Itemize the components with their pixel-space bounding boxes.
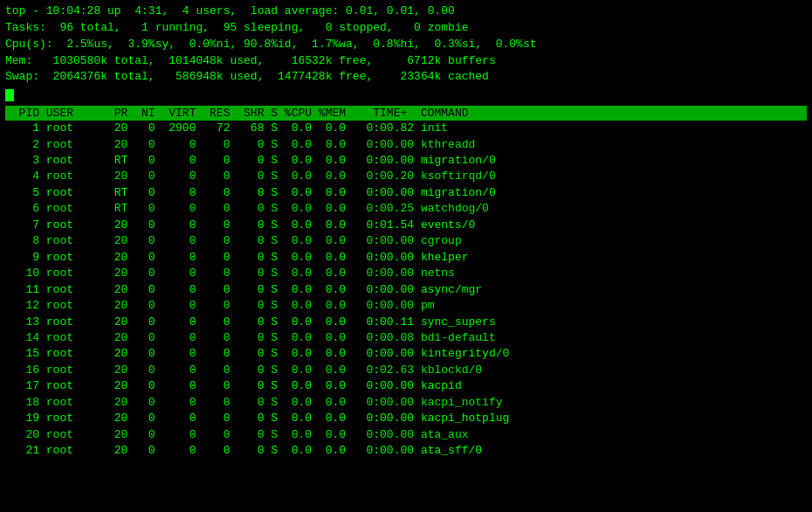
table-row: 16 root 20 0 0 0 0 S 0.0 0.0 0:02.63 kbl… [5,363,807,378]
table-row: 14 root 20 0 0 0 0 S 0.0 0.0 0:00.08 bdi… [5,330,807,346]
table-row: 9 root 20 0 0 0 0 S 0.0 0.0 0:00.00 khel… [5,250,807,266]
table-row: 2 root 20 0 0 0 0 S 0.0 0.0 0:00.00 kthr… [5,137,807,153]
terminal: top - 10:04:28 up 4:31, 4 users, load av… [0,0,812,512]
cursor [5,89,14,101]
header-line-2: Tasks: 96 total, 1 running, 95 sleeping,… [5,20,807,37]
table-row: 4 root 20 0 0 0 0 S 0.0 0.0 0:00.20 ksof… [5,169,807,184]
table-row: 18 root 20 0 0 0 0 S 0.0 0.0 0:00.00 kac… [5,395,807,411]
table-row: 5 root RT 0 0 0 0 S 0.0 0.0 0:00.00 migr… [5,185,807,201]
table-row: 8 root 20 0 0 0 0 S 0.0 0.0 0:00.00 cgro… [5,233,807,249]
header-line-1: top - 10:04:28 up 4:31, 4 users, load av… [5,3,807,20]
header-section: top - 10:04:28 up 4:31, 4 users, load av… [5,3,807,104]
table-row: 7 root 20 0 0 0 0 S 0.0 0.0 0:01.54 even… [5,218,807,233]
table-row: 19 root 20 0 0 0 0 S 0.0 0.0 0:00.00 kac… [5,411,807,426]
table-row: 10 root 20 0 0 0 0 S 0.0 0.0 0:00.00 net… [5,266,807,281]
table-row: 11 root 20 0 0 0 0 S 0.0 0.0 0:00.00 asy… [5,282,807,298]
table-row: 20 root 20 0 0 0 0 S 0.0 0.0 0:00.00 ata… [5,427,807,443]
process-table: PID USER PR NI VIRT RES SHR S %CPU %MEM … [5,106,807,460]
header-line-5: Swap: 2064376k total, 586948k used, 1477… [5,69,807,86]
table-row: 17 root 20 0 0 0 0 S 0.0 0.0 0:00.00 kac… [5,378,807,394]
table-row: 13 root 20 0 0 0 0 S 0.0 0.0 0:00.11 syn… [5,315,807,330]
table-row: 15 root 20 0 0 0 0 S 0.0 0.0 0:00.00 kin… [5,346,807,362]
table-row: 1 root 20 0 2900 72 68 S 0.0 0.0 0:00.82… [5,121,807,136]
table-row: 21 root 20 0 0 0 0 S 0.0 0.0 0:00.00 ata… [5,443,807,459]
header-line-4: Mem: 1030580k total, 1014048k used, 1653… [5,53,807,70]
table-row: 6 root RT 0 0 0 0 S 0.0 0.0 0:00.25 watc… [5,201,807,217]
header-line-3: Cpu(s): 2.5%us, 3.9%sy, 0.0%ni, 90.8%id,… [5,37,807,53]
table-row: 3 root RT 0 0 0 0 S 0.0 0.0 0:00.00 migr… [5,153,807,169]
table-header: PID USER PR NI VIRT RES SHR S %CPU %MEM … [5,106,807,121]
table-row: 12 root 20 0 0 0 0 S 0.0 0.0 0:00.00 pm [5,298,807,314]
table-rows-container: 1 root 20 0 2900 72 68 S 0.0 0.0 0:00.82… [5,121,807,460]
